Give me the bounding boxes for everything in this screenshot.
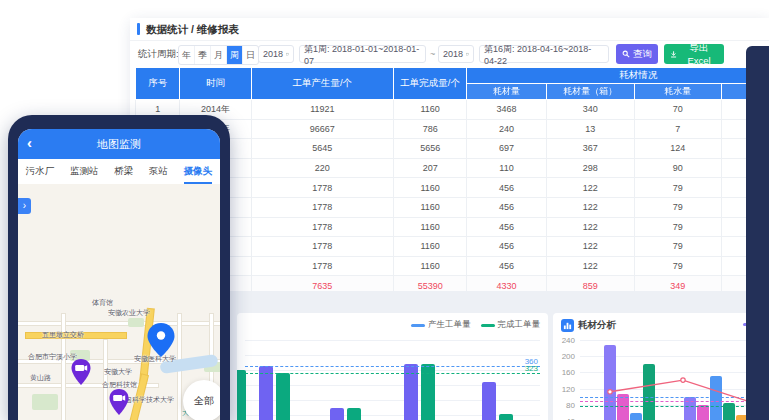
reference-line (245, 366, 540, 367)
cell: 122 (546, 217, 634, 237)
legend-dash-icon (481, 324, 495, 327)
cell: 110 (467, 158, 546, 178)
table-row: 12014年119211160346834070250 (136, 100, 769, 120)
cell: 5645 (251, 139, 393, 159)
cell: 122 (546, 237, 634, 257)
cell: 96667 (251, 119, 393, 139)
year-to-value: 2018 (443, 49, 463, 59)
period-option-季[interactable]: 季 (195, 46, 211, 64)
consumable-chart-card: 耗材分析 2402001601208040 (553, 313, 763, 420)
group-header: 耗材情况 (467, 68, 769, 84)
legend-item[interactable]: 产生工单量 (411, 319, 471, 331)
week-to-input[interactable]: 第16周: 2018-04-16~2018-04-22 (479, 45, 609, 63)
cell: 1778 (251, 256, 393, 276)
column-header: 工单完成量/个 (394, 68, 467, 100)
report-table: 序号时间工单产生量/个工单完成量/个耗材情况耗材量耗材量（箱）耗水量水量1201… (135, 67, 769, 291)
week-from-value: 第1周: 2018-01-01~2018-01-07 (304, 43, 421, 66)
table-row: 72020年177811604561227967 (136, 217, 769, 237)
cell: 79 (634, 217, 722, 237)
map-canvas[interactable]: › 全部 体育馆安徽农业大学五里墩立交桥合肥市宁溪小学安徽医科大学黄山路安徽大学… (18, 184, 220, 420)
bar (499, 414, 513, 420)
phone-screen: ‹ 地图监测 污水厂监测站桥梁泵站摄像头 › 全部 体育馆安徽农业大学五里墩立交… (18, 129, 220, 420)
period-option-月[interactable]: 月 (211, 46, 227, 64)
year-from-value: 2018 (263, 49, 283, 59)
cell: 456 (467, 217, 546, 237)
legend-item[interactable]: 完成工单量 (481, 319, 541, 331)
table-row: 62019年177811604561227967 (136, 197, 769, 217)
cell: 1160 (394, 256, 467, 276)
sub-column-header: 耗水量 (634, 84, 722, 100)
park (128, 318, 144, 327)
cell: 79 (634, 178, 722, 198)
query-button[interactable]: 查询 (616, 44, 658, 64)
phone-tab-监测站[interactable]: 监测站 (70, 160, 99, 184)
cell: 70 (634, 100, 722, 120)
cell: 122 (546, 197, 634, 217)
phone-title: 地图监测 (18, 137, 220, 152)
week-from-input[interactable]: 第1周: 2018-01-01~2018-01-07 (299, 45, 426, 63)
cell: 1778 (251, 217, 393, 237)
map-expander-button[interactable]: › (18, 198, 31, 214)
table-row: 32016年56455656697367124129 (136, 139, 769, 159)
period-segmented-control: 年季月周日 (178, 45, 259, 65)
camera-pin-icon[interactable] (108, 388, 130, 416)
page: { "desktop": { "breadcrumb": "数据统计 / 维修报… (0, 0, 769, 420)
sub-column-header: 耗材量 (467, 84, 546, 100)
bar (276, 373, 290, 420)
selected-camera-pin-icon[interactable] (146, 322, 176, 358)
gridline (245, 340, 540, 341)
export-excel-button[interactable]: 导出Excel (664, 44, 724, 64)
calendar-icon (466, 50, 469, 58)
chart-title-row: 耗材分析 (561, 319, 616, 332)
phone-tab-泵站[interactable]: 泵站 (149, 160, 168, 184)
y-axis-tick: 120 (555, 385, 575, 394)
phone-tab-桥梁[interactable]: 桥梁 (114, 160, 133, 184)
cell: 1160 (394, 100, 467, 120)
period-option-周[interactable]: 周 (227, 46, 243, 64)
y-axis-tick: 80 (555, 401, 575, 410)
phone-header: ‹ 地图监测 (18, 129, 220, 159)
bar (697, 405, 709, 420)
phone-tab-污水厂[interactable]: 污水厂 (26, 160, 55, 184)
period-label: 统计周期: (138, 48, 179, 61)
year-to-select[interactable]: 2018 (438, 45, 474, 63)
bar (643, 364, 655, 420)
bar (330, 408, 344, 420)
camera-pin-icon[interactable] (70, 358, 92, 386)
table-row: 92022年177811604561227967 (136, 256, 769, 276)
table-row: 42017年2202071102989019 (136, 158, 769, 178)
sub-column-header: 耗材量（箱） (546, 84, 634, 100)
search-icon (622, 50, 630, 58)
map-all-button[interactable]: 全部 (183, 380, 220, 420)
cell: 859 (546, 276, 634, 291)
map-label: 体育馆 (92, 298, 113, 308)
legend-label: 完成工单量 (498, 319, 541, 331)
cell: 1778 (251, 197, 393, 217)
cell: 1160 (394, 237, 467, 257)
cell: 124 (634, 139, 722, 159)
phone-tab-摄像头[interactable]: 摄像头 (184, 160, 213, 184)
cell: 11921 (251, 100, 393, 120)
bar (710, 376, 722, 420)
period-option-日[interactable]: 日 (243, 46, 258, 64)
cell: 1778 (251, 237, 393, 257)
chart-legend: 产生工单量完成工单量 (411, 319, 540, 331)
period-option-年[interactable]: 年 (179, 46, 195, 64)
breadcrumb-accent (137, 23, 140, 35)
bar (604, 345, 616, 420)
cell: 122 (546, 178, 634, 198)
park (32, 394, 58, 410)
legend-dash-icon (411, 324, 425, 327)
reference-line (245, 373, 540, 374)
cell: 456 (467, 237, 546, 257)
gridline (580, 340, 759, 341)
filter-bar: 统计周期: 年季月周日 2018 第1周: 2018-01-01~2018-01… (130, 41, 769, 67)
reference-line (580, 397, 759, 398)
cell: 220 (251, 158, 393, 178)
bar (482, 382, 496, 420)
gridline (245, 355, 540, 356)
cell: 90 (634, 158, 722, 178)
table-row: 22015年96667786240137690 (136, 119, 769, 139)
year-from-select[interactable]: 2018 (258, 45, 294, 63)
download-icon (670, 50, 677, 59)
